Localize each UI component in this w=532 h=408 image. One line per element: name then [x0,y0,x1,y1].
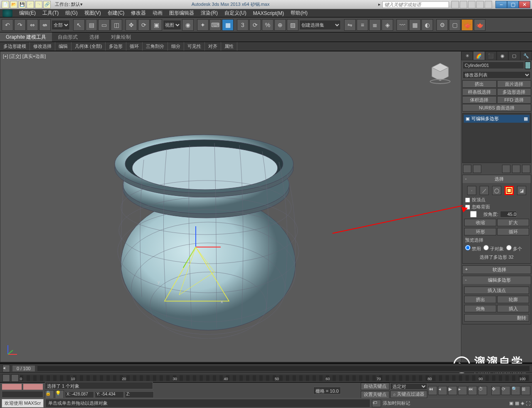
display-tab-icon[interactable]: ▢ [508,51,520,60]
layers-button[interactable]: ≣ [369,19,381,31]
shrink-button[interactable]: 收缩 [464,219,496,226]
auto-key-button[interactable]: 自动关键点 [361,383,389,390]
redo-button[interactable]: ↷ [14,19,26,31]
angle-snap-button[interactable]: ⟳ [249,19,261,31]
link-button[interactable]: ⇔ [27,19,38,31]
curve-editor-button[interactable]: 〰 [397,19,408,31]
menu-group[interactable]: 组(G) [62,10,81,17]
align-button[interactable]: ≡ [357,19,368,31]
ribbon-panel-edit[interactable]: 编辑 [55,42,71,51]
script-output-box[interactable] [2,391,43,398]
viewport-label[interactable]: [+] [正交] [真实+边面] [3,53,46,59]
menu-customize[interactable]: 自定义(U) [221,10,250,17]
stack-toggle-icon[interactable]: ▦ [524,116,528,121]
unlink-button[interactable]: ⇎ [39,19,51,31]
maximize-button[interactable]: ▢ [507,1,519,8]
prev-frame-icon[interactable]: ◂ [438,386,447,395]
material-editor-button[interactable]: ◐ [421,19,433,31]
maxscript-listener[interactable]: 欢迎使用 MAXScr [2,399,44,408]
play-icon[interactable]: ▶ [448,386,457,395]
menu-help[interactable]: 帮助(H) [287,10,311,17]
hierarchy-tab-icon[interactable]: ⬛ [485,51,497,60]
vertex-subobj-icon[interactable]: · [467,186,476,195]
track-bar[interactable]: 0 10 20 30 40 50 60 70 80 90 100 [0,373,532,382]
ribbon-tab-paint[interactable]: 对象绘制 [105,32,137,42]
object-color-swatch[interactable] [525,62,531,69]
expand-icon[interactable]: ▣ [466,116,470,121]
bevel-button[interactable]: 倒角 [464,305,496,312]
arc-rotate-icon[interactable]: ⟳ [501,386,510,395]
show-end-icon[interactable] [473,165,481,173]
time-config-icon[interactable]: ⏱ [478,386,487,395]
track-ruler[interactable]: 0 10 20 30 40 50 60 70 80 90 100 [20,375,530,381]
mod-nurbssel-button[interactable]: NURBS 曲面选择 [462,104,531,111]
mod-ffdsel-button[interactable]: FFD 选择 [497,96,532,104]
window-crossing-button[interactable]: ◫ [111,19,122,31]
menu-modifiers[interactable]: 修改器 [128,10,149,17]
comm-icon-1[interactable] [451,1,459,8]
schematic-button[interactable]: ▦ [409,19,421,31]
select-name-button[interactable]: ▤ [86,19,97,31]
preview-off-radio[interactable] [465,245,470,250]
utilities-tab-icon[interactable]: 🔧 [520,51,532,60]
selection-filter-dropdown[interactable]: 全部 [52,20,70,30]
trackbar-mini-icon[interactable] [2,374,10,382]
inset-button[interactable]: 插入 [497,305,529,312]
time-prev-icon[interactable]: ◂ [2,365,10,372]
menu-edit[interactable]: 编辑(E) [16,10,39,17]
menu-tools[interactable]: 工具(T) [39,10,62,17]
by-vertex-checkbox[interactable] [465,198,470,203]
grow-button[interactable]: 扩大 [497,219,529,226]
render-iterative-button[interactable]: 🫖 [474,19,485,31]
modify-tab-icon[interactable]: 🌈 [473,51,485,60]
sign-in-icon[interactable] [460,1,467,8]
ribbon-panel-loops[interactable]: 循环 [126,42,143,51]
menu-views[interactable]: 视图(V) [81,10,104,17]
save-file-icon[interactable]: 💾 [18,1,26,8]
rect-select-button[interactable]: ▭ [98,19,110,31]
menu-maxscript[interactable]: MAXScript(M) [250,10,288,16]
select-button[interactable]: ↖ [73,19,85,31]
outline-button[interactable]: 轮廓 [497,296,529,303]
viewport[interactable]: [+] [正交] [真实+边面] [0,51,461,362]
ribbon-panel-visibility[interactable]: 可见性 [184,42,205,51]
close-button[interactable]: ✕ [519,1,530,8]
coord-y[interactable]: Y: -54.434 [95,391,124,398]
ribbon-tab-selection[interactable]: 选择 [84,32,105,42]
mod-splinesel-button[interactable]: 样条线选择 [462,88,497,96]
ribbon-panel-subdiv[interactable]: 细分 [168,42,184,51]
make-unique-icon[interactable] [502,165,510,173]
manipulate-button[interactable]: ✦ [197,19,209,31]
extrude-button[interactable]: 挤出 [464,296,496,303]
undo-icon[interactable]: ↶ [27,1,34,8]
script-rec-box[interactable] [2,383,22,390]
field-of-view-icon[interactable]: ◈ [521,401,524,406]
motion-tab-icon[interactable]: ◉ [497,51,508,60]
help-search-input[interactable] [382,1,449,8]
time-tag-icon[interactable]: 🏷 [372,400,381,407]
favorite-icon[interactable]: ★ [476,1,484,8]
ribbon-tab-freeform[interactable]: 自由形式 [52,32,84,42]
selection-rollout-header[interactable]: -选择 [463,175,531,183]
coord-x[interactable]: X: -428.087 [65,391,94,398]
goto-start-icon[interactable]: ⏮ [428,386,437,395]
soft-selection-header[interactable]: +软选择 [463,266,531,274]
maximize-viewport-icon[interactable]: ⛶ [526,401,530,406]
menu-graph[interactable]: 图形编辑器 [166,10,197,17]
snap-3-button[interactable]: 3 [237,19,249,31]
graphite-button[interactable]: ◈ [382,19,393,31]
pin-stack-icon[interactable] [463,165,471,173]
model-object[interactable]: y x [100,106,316,339]
time-frame-display[interactable]: 0 / 100 [12,366,35,371]
open-file-icon[interactable]: 📂 [10,1,17,8]
percent-snap-button[interactable]: % [262,19,273,31]
scale-button[interactable]: ▣ [150,19,162,31]
workspace-label[interactable]: 工作台: 默认 [55,1,80,7]
render-setup-button[interactable]: ⚙ [436,19,448,31]
ribbon-panel-polygons[interactable]: 多边形 [106,42,126,51]
move-button[interactable]: ✥ [126,19,137,31]
flip-button[interactable]: 翻转 [464,314,529,321]
time-slider[interactable]: ◂ 0 / 100 [0,363,532,373]
set-key-button[interactable]: 设置关键点 [361,391,389,398]
object-name-input[interactable] [463,62,524,69]
